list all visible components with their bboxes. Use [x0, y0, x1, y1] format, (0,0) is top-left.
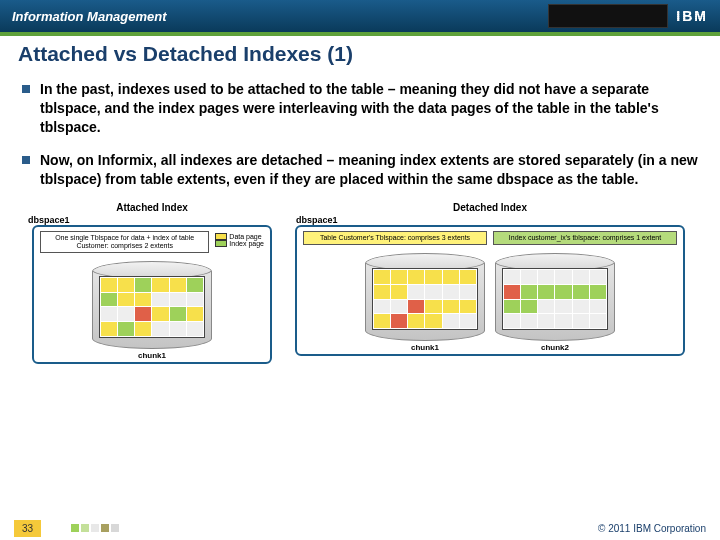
detached-diagram: Detached Index dbspace1 Table Customer's…	[290, 202, 690, 363]
swatch-data	[215, 233, 227, 240]
chunk-label: chunk1	[411, 343, 439, 352]
attached-title: Attached Index	[116, 202, 188, 213]
attached-diagram: Attached Index dbspace1 One single Tblsp…	[22, 202, 282, 363]
dbspace-label: dbspace1	[296, 215, 338, 225]
swatch-index	[215, 240, 227, 247]
tblspace-note: One single Tblspace for data + index of …	[40, 231, 209, 252]
detached-title: Detached Index	[453, 202, 527, 213]
extents-grid	[99, 276, 205, 338]
cylinder: chunk1	[40, 261, 264, 360]
extents-grid	[502, 268, 608, 330]
bullet-item: In the past, indexes used to be attached…	[18, 80, 702, 137]
chunk-label: chunk2	[541, 343, 569, 352]
diagrams-row: Attached Index dbspace1 One single Tblsp…	[18, 202, 702, 363]
tblspace-index: Index customer_ix's tblspace: comprises …	[493, 231, 677, 245]
ibm-logo: IBM	[676, 8, 708, 24]
bullet-icon	[22, 156, 30, 164]
bullet-text: Now, on Informix, all indexes are detach…	[40, 151, 702, 189]
slide-title: Attached vs Detached Indexes (1)	[18, 42, 702, 66]
footer-decoration	[71, 524, 119, 532]
footer: 33 © 2011 IBM Corporation	[0, 516, 720, 540]
bullet-icon	[22, 85, 30, 93]
extents-grid	[372, 268, 478, 330]
bullet-item: Now, on Informix, all indexes are detach…	[18, 151, 702, 189]
dbspace-box: One single Tblspace for data + index of …	[32, 225, 272, 363]
tblspace-table: Table Customer's Tblspace: comprises 3 e…	[303, 231, 487, 245]
product-name: Information Management	[12, 9, 167, 24]
header-right: IBM	[548, 4, 708, 28]
chunk-label: chunk1	[138, 351, 166, 360]
legend: Data page Index page	[215, 233, 264, 252]
header-bar: Information Management IBM	[0, 0, 720, 32]
page-number: 33	[14, 520, 41, 537]
copyright: © 2011 IBM Corporation	[598, 523, 706, 534]
dbspace-label: dbspace1	[28, 215, 70, 225]
cylinder: chunk1	[365, 253, 485, 352]
bullet-text: In the past, indexes used to be attached…	[40, 80, 702, 137]
slide-content: Attached vs Detached Indexes (1) In the …	[0, 36, 720, 364]
header-dark-tab	[548, 4, 668, 28]
cylinder: chunk2	[495, 253, 615, 352]
dbspace-box: Table Customer's Tblspace: comprises 3 e…	[295, 225, 685, 356]
